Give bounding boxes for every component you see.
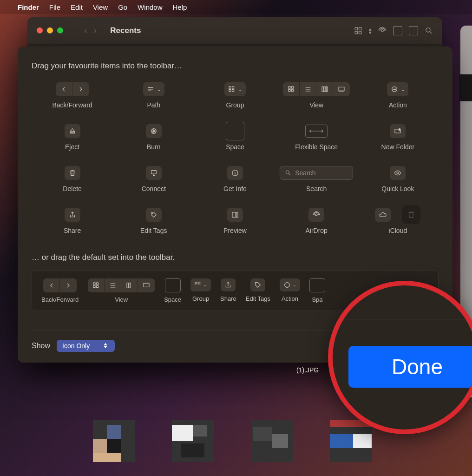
svg-rect-7	[232, 86, 234, 88]
default-label: Share	[220, 295, 236, 302]
svg-rect-1	[359, 27, 361, 30]
palette-path[interactable]: ⌄ Path	[113, 82, 194, 109]
svg-point-32	[315, 214, 317, 216]
forward-icon[interactable]: ›	[94, 26, 97, 35]
app-name[interactable]: Finder	[18, 3, 39, 11]
palette-get-info[interactable]: Get Info	[194, 165, 275, 192]
svg-point-19	[393, 89, 393, 89]
palette-search[interactable]: Search Search	[276, 165, 357, 192]
svg-point-29	[152, 213, 153, 214]
svg-rect-36	[96, 286, 98, 288]
palette-share[interactable]: Share	[32, 207, 113, 234]
palette-label: iCloud	[389, 227, 407, 234]
airdrop-icon[interactable]	[378, 26, 387, 35]
toolbar-slot-2[interactable]	[409, 26, 418, 35]
palette-flexible-space[interactable]: Flexible Space	[276, 124, 357, 151]
toolbar-palette: Back/Forward ⌄ Path ⌄ Group View ⌄ Actio…	[32, 82, 439, 234]
palette-group[interactable]: ⌄ Group	[194, 82, 275, 109]
palette-action[interactable]: ⌄ Action	[357, 82, 439, 109]
svg-rect-2	[355, 31, 357, 33]
palette-icloud[interactable]: iCloud	[357, 207, 439, 234]
svg-rect-40	[195, 282, 197, 284]
svg-rect-33	[93, 283, 95, 284]
trash-drop-target[interactable]	[402, 205, 420, 224]
grid-icon[interactable]	[354, 26, 362, 35]
palette-space[interactable]: Space	[194, 124, 275, 151]
palette-view[interactable]: View	[276, 82, 357, 109]
palette-label: Edit Tags	[140, 227, 167, 234]
palette-eject[interactable]: Eject	[32, 124, 113, 151]
titlebar: ‹ › Recents ▴▾	[27, 17, 442, 44]
background-strip	[459, 74, 472, 101]
palette-label: Eject	[65, 143, 79, 151]
palette-label: Burn	[147, 143, 161, 151]
palette-back-forward[interactable]: Back/Forward	[32, 82, 113, 109]
window-title: Recents	[110, 26, 346, 35]
palette-preview[interactable]: Preview	[194, 207, 275, 234]
palette-label: Group	[226, 101, 244, 109]
zoom-button[interactable]	[57, 27, 63, 33]
svg-point-28	[397, 172, 399, 174]
nav-buttons: ‹ ›	[85, 26, 96, 35]
palette-label: Search	[306, 185, 327, 192]
traffic-lights	[37, 27, 63, 33]
palette-quick-look[interactable]: Quick Look	[357, 165, 439, 192]
palette-label: New Folder	[381, 143, 415, 151]
menubar: Finder File Edit View Go Window Help	[0, 0, 472, 14]
palette-label: Share	[64, 227, 81, 234]
svg-rect-8	[229, 90, 231, 92]
svg-rect-11	[291, 86, 293, 88]
palette-label: Preview	[223, 227, 247, 234]
palette-label: Connect	[142, 185, 166, 192]
minimize-button[interactable]	[47, 27, 53, 33]
svg-rect-25	[151, 171, 156, 174]
stepper-icon[interactable]: ▴▾	[369, 27, 372, 34]
thumbnail[interactable]	[330, 420, 372, 462]
menu-help[interactable]: Help	[173, 3, 187, 11]
svg-rect-10	[288, 86, 290, 88]
palette-label: View	[309, 101, 323, 109]
palette-edit-tags[interactable]: Edit Tags	[113, 207, 194, 234]
thumbnail[interactable]	[251, 420, 293, 462]
palette-delete[interactable]: Delete	[32, 165, 113, 192]
svg-point-5	[426, 28, 430, 32]
default-label: Group	[192, 295, 209, 302]
zoom-callout: Done	[328, 281, 472, 434]
svg-rect-38	[129, 283, 130, 288]
svg-rect-16	[326, 87, 328, 92]
menu-edit[interactable]: Edit	[71, 3, 83, 11]
done-button-zoomed[interactable]: Done	[348, 346, 472, 388]
palette-new-folder[interactable]: New Folder	[357, 124, 439, 151]
back-icon[interactable]: ‹	[85, 26, 87, 35]
menu-view[interactable]: View	[93, 3, 108, 11]
search-field[interactable]: Search	[280, 166, 353, 180]
palette-label: Delete	[63, 185, 81, 192]
palette-connect[interactable]: Connect	[113, 165, 194, 192]
palette-label: Action	[389, 101, 407, 109]
palette-label: Flexible Space	[295, 143, 338, 151]
toolbar-slot-1[interactable]	[393, 26, 402, 35]
file-caption: (1).JPG	[296, 366, 319, 374]
sheet-subheading: … or drag the default set into the toolb…	[32, 253, 439, 262]
svg-rect-31	[236, 212, 238, 218]
menu-window[interactable]: Window	[138, 3, 162, 11]
svg-point-4	[381, 29, 384, 32]
default-label: Spa	[312, 296, 322, 303]
svg-rect-0	[355, 27, 357, 30]
svg-point-42	[285, 283, 290, 288]
palette-label: AirDrop	[305, 227, 327, 234]
palette-label: Quick Look	[381, 185, 414, 192]
thumbnail[interactable]	[172, 420, 214, 462]
palette-airdrop[interactable]: AirDrop	[276, 207, 357, 234]
search-placeholder: Search	[295, 169, 315, 177]
menu-go[interactable]: Go	[118, 3, 127, 11]
show-mode-select[interactable]: Icon Only	[57, 340, 115, 352]
svg-rect-15	[324, 87, 325, 92]
palette-burn[interactable]: Burn	[113, 124, 194, 151]
default-label: Action	[282, 295, 298, 302]
close-button[interactable]	[37, 27, 43, 33]
thumbnail[interactable]	[93, 420, 135, 462]
search-icon[interactable]	[425, 26, 433, 35]
menu-file[interactable]: File	[49, 3, 60, 11]
svg-rect-3	[359, 31, 361, 33]
